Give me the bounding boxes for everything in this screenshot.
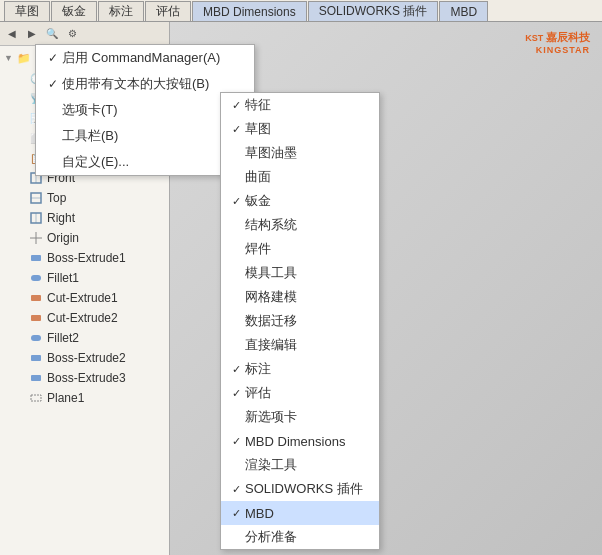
tab-ban-jin[interactable]: 钣金 bbox=[51, 1, 97, 21]
label-moju: 模具工具 bbox=[245, 264, 297, 282]
tree-item-fillet2[interactable]: Fillet2 bbox=[0, 328, 169, 348]
sidebar-icon-search[interactable]: 🔍 bbox=[43, 25, 61, 43]
toolbar-item-jiegou[interactable]: 结构系统 bbox=[221, 213, 379, 237]
logo-prefix: KST bbox=[525, 33, 543, 43]
icon-root: 📁 bbox=[16, 50, 32, 66]
toolbar-item-zhijie[interactable]: 直接编辑 bbox=[221, 333, 379, 357]
label-boss2: Boss-Extrude2 bbox=[47, 351, 126, 365]
label-largebutton: 使用带有文本的大按钮(B) bbox=[62, 75, 209, 93]
label-cut2: Cut-Extrude2 bbox=[47, 311, 118, 325]
toolbar-item-xinxuanxiang[interactable]: 新选项卡 bbox=[221, 405, 379, 429]
toolbar-item-biaozhu[interactable]: ✓ 标注 bbox=[221, 357, 379, 381]
svg-rect-8 bbox=[31, 255, 41, 261]
svg-rect-14 bbox=[31, 375, 41, 381]
label-xuanran: 渲染工具 bbox=[245, 456, 297, 474]
label-wangge: 网格建模 bbox=[245, 288, 297, 306]
toolbar-item-mbd-dimensions[interactable]: ✓ MBD Dimensions bbox=[221, 429, 379, 453]
toolbar-item-shuju[interactable]: 数据迁移 bbox=[221, 309, 379, 333]
toolbar-item-qumian[interactable]: 曲面 bbox=[221, 165, 379, 189]
icon-boss2 bbox=[28, 350, 44, 366]
check-pinggu: ✓ bbox=[227, 387, 245, 400]
toolbar-item-tezheng[interactable]: ✓ 特征 bbox=[221, 93, 379, 117]
svg-rect-15 bbox=[31, 395, 41, 401]
logo-brand: 嘉辰科技 bbox=[546, 31, 590, 43]
toolbar-item-xuanran[interactable]: 渲染工具 bbox=[221, 453, 379, 477]
label-fillet1: Fillet1 bbox=[47, 271, 79, 285]
icon-fillet1 bbox=[28, 270, 44, 286]
toolbar-item-mbd[interactable]: ✓ MBD bbox=[221, 501, 379, 525]
icon-top bbox=[28, 190, 44, 206]
check-mbd: ✓ bbox=[227, 507, 245, 520]
label-fillet2: Fillet2 bbox=[47, 331, 79, 345]
label-youmo: 草图油墨 bbox=[245, 144, 297, 162]
label-right: Right bbox=[47, 211, 75, 225]
tree-item-boss3[interactable]: Boss-Extrude3 bbox=[0, 368, 169, 388]
label-pinggu: 评估 bbox=[245, 384, 271, 402]
label-sw-plugin: SOLIDWORKS 插件 bbox=[245, 480, 363, 498]
svg-rect-10 bbox=[31, 295, 41, 301]
label-hanjian: 焊件 bbox=[245, 240, 271, 258]
label-mbd-dim: MBD Dimensions bbox=[245, 434, 345, 449]
toolbar-item-caotu-youmo[interactable]: 草图油墨 bbox=[221, 141, 379, 165]
check-biaozhu: ✓ bbox=[227, 363, 245, 376]
sidebar-icon-2[interactable]: ▶ bbox=[23, 25, 41, 43]
tree-item-plane1[interactable]: Plane1 bbox=[0, 388, 169, 408]
icon-cut2 bbox=[28, 310, 44, 326]
sidebar-icon-1[interactable]: ◀ bbox=[3, 25, 21, 43]
label-top: Top bbox=[47, 191, 66, 205]
toolbar-item-pinggu[interactable]: ✓ 评估 bbox=[221, 381, 379, 405]
expander-root: ▼ bbox=[4, 53, 16, 63]
toolbar-item-caotu[interactable]: ✓ 草图 bbox=[221, 117, 379, 141]
toolbar-item-fenxi[interactable]: 分析准备 bbox=[221, 525, 379, 549]
label-qumian: 曲面 bbox=[245, 168, 271, 186]
tree-item-origin[interactable]: Origin bbox=[0, 228, 169, 248]
toolbar-item-moju[interactable]: 模具工具 bbox=[221, 261, 379, 285]
sidebar-toolbar: ◀ ▶ 🔍 ⚙ bbox=[0, 22, 169, 46]
label-tabcard: 选项卡(T) bbox=[62, 101, 118, 119]
submenu-toolbar: ✓ 特征 ✓ 草图 草图油墨 曲面 ✓ 钣金 bbox=[220, 92, 380, 550]
icon-boss3 bbox=[28, 370, 44, 386]
label-origin: Origin bbox=[47, 231, 79, 245]
tree-item-boss2[interactable]: Boss-Extrude2 bbox=[0, 348, 169, 368]
icon-fillet2 bbox=[28, 330, 44, 346]
tree-item-top[interactable]: Top bbox=[0, 188, 169, 208]
icon-right bbox=[28, 210, 44, 226]
tab-mbd-dimensions[interactable]: MBD Dimensions bbox=[192, 1, 307, 21]
tab-biao-zhu[interactable]: 标注 bbox=[98, 1, 144, 21]
tab-cao-tu[interactable]: 草图 bbox=[4, 1, 50, 21]
logo-watermark: KST 嘉辰科技 KINGSTAR bbox=[525, 30, 590, 56]
label-banjin: 钣金 bbox=[245, 192, 271, 210]
label-fenxi: 分析准备 bbox=[245, 528, 297, 546]
svg-rect-12 bbox=[31, 335, 41, 341]
tab-mbd[interactable]: MBD bbox=[439, 1, 488, 21]
tab-ping-gu[interactable]: 评估 bbox=[145, 1, 191, 21]
label-commandmanager: 启用 CommandManager(A) bbox=[62, 49, 220, 67]
check-largebutton: ✓ bbox=[44, 77, 62, 91]
icon-boss1 bbox=[28, 250, 44, 266]
icon-origin bbox=[28, 230, 44, 246]
toolbar-item-wangge[interactable]: 网格建模 bbox=[221, 285, 379, 309]
tree-item-cut-extrude1[interactable]: Cut-Extrude1 bbox=[0, 288, 169, 308]
tab-solidworks-plugin[interactable]: SOLIDWORKS 插件 bbox=[308, 1, 439, 21]
tree-item-cut-extrude2[interactable]: Cut-Extrude2 bbox=[0, 308, 169, 328]
tab-bar: 草图 钣金 标注 评估 MBD Dimensions SOLIDWORKS 插件… bbox=[0, 0, 602, 22]
toolbar-item-banjin[interactable]: ✓ 钣金 bbox=[221, 189, 379, 213]
logo-prefix-brand: KST 嘉辰科技 bbox=[525, 30, 590, 45]
toolbar-item-sw-plugin[interactable]: ✓ SOLIDWORKS 插件 bbox=[221, 477, 379, 501]
label-caotu: 草图 bbox=[245, 120, 271, 138]
logo-english: KINGSTAR bbox=[525, 45, 590, 57]
icon-plane1 bbox=[28, 390, 44, 406]
check-caotu: ✓ bbox=[227, 123, 245, 136]
toolbar-item-hanjian[interactable]: 焊件 bbox=[221, 237, 379, 261]
tree-item-boss-extrude1[interactable]: Boss-Extrude1 bbox=[0, 248, 169, 268]
label-plane1: Plane1 bbox=[47, 391, 84, 405]
label-shuju: 数据迁移 bbox=[245, 312, 297, 330]
label-zhijie: 直接编辑 bbox=[245, 336, 297, 354]
label-boss1: Boss-Extrude1 bbox=[47, 251, 126, 265]
menu-item-commandmanager[interactable]: ✓ 启用 CommandManager(A) bbox=[36, 45, 254, 71]
tree-item-fillet1[interactable]: Fillet1 bbox=[0, 268, 169, 288]
sidebar-icon-gear[interactable]: ⚙ bbox=[63, 25, 81, 43]
label-xinxuan: 新选项卡 bbox=[245, 408, 297, 426]
label-mbd: MBD bbox=[245, 506, 274, 521]
tree-item-right[interactable]: Right bbox=[0, 208, 169, 228]
